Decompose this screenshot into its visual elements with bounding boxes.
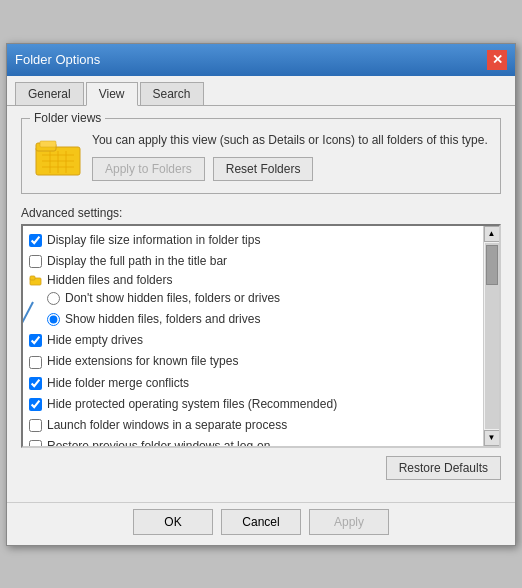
scroll-track — [485, 243, 499, 429]
list-item: Hide empty drives — [23, 330, 483, 351]
radio-dont-show-hidden[interactable] — [47, 292, 60, 305]
list-item: Hide extensions for known file types — [23, 351, 483, 372]
folder-icon — [34, 131, 82, 179]
setting-label: Hide folder merge conflicts — [47, 374, 189, 393]
list-item: Don't show hidden files, folders or driv… — [41, 288, 483, 309]
list-item: Restore previous folder windows at log-o… — [23, 436, 483, 445]
checkbox-hide-empty-drives[interactable] — [29, 334, 42, 347]
checkbox-display-file-size[interactable] — [29, 234, 42, 247]
tab-content: Folder views You can apply — [7, 106, 515, 502]
folder-views-buttons: Apply to Folders Reset Folders — [92, 157, 488, 181]
list-item: Hide folder merge conflicts — [23, 373, 483, 394]
title-bar: Folder Options ✕ — [7, 44, 515, 76]
list-item: Hide protected operating system files (R… — [23, 394, 483, 415]
folder-views-inner: You can apply this view (such as Details… — [34, 131, 488, 181]
svg-rect-10 — [30, 276, 35, 280]
reset-folders-button[interactable]: Reset Folders — [213, 157, 314, 181]
folder-options-window: Folder Options ✕ General View Search Fol… — [6, 43, 516, 546]
apply-button[interactable]: Apply — [309, 509, 389, 535]
setting-label: Hide extensions for known file types — [47, 352, 238, 371]
checkbox-hide-folder-merge[interactable] — [29, 377, 42, 390]
setting-label: Restore previous folder windows at log-o… — [47, 437, 270, 445]
window-title: Folder Options — [15, 52, 100, 67]
setting-label: Hide empty drives — [47, 331, 143, 350]
list-item: Show hidden files, folders and drives — [41, 309, 483, 330]
settings-list: Display file size information in folder … — [23, 226, 483, 446]
setting-label: Show hidden files, folders and drives — [65, 310, 260, 329]
checkbox-hide-protected[interactable] — [29, 398, 42, 411]
restore-defaults-button[interactable]: Restore Defaults — [386, 456, 501, 480]
svg-rect-2 — [40, 141, 56, 147]
settings-box: Display file size information in folder … — [21, 224, 501, 448]
folder-views-group: Folder views You can apply — [21, 118, 501, 194]
folder-views-label: Folder views — [30, 111, 105, 125]
ok-button[interactable]: OK — [133, 509, 213, 535]
checkbox-display-full-path[interactable] — [29, 255, 42, 268]
scroll-up-button[interactable]: ▲ — [484, 226, 500, 242]
list-item: Display the full path in the title bar — [23, 251, 483, 272]
setting-label: Hide protected operating system files (R… — [47, 395, 337, 414]
tab-general[interactable]: General — [15, 82, 84, 105]
folder-views-description: You can apply this view (such as Details… — [92, 131, 488, 149]
close-button[interactable]: ✕ — [487, 50, 507, 70]
list-item: Launch folder windows in a separate proc… — [23, 415, 483, 436]
scrollbar: ▲ ▼ — [483, 226, 499, 446]
tab-view[interactable]: View — [86, 82, 138, 106]
radio-show-hidden[interactable] — [47, 313, 60, 326]
scroll-down-button[interactable]: ▼ — [484, 430, 500, 446]
scroll-thumb[interactable] — [486, 245, 498, 285]
list-item: Hidden files and folders — [23, 272, 483, 288]
setting-label: Launch folder windows in a separate proc… — [47, 416, 287, 435]
tab-search[interactable]: Search — [140, 82, 204, 105]
setting-label: Display file size information in folder … — [47, 231, 260, 250]
checkbox-hide-extensions[interactable] — [29, 356, 42, 369]
tab-bar: General View Search — [7, 76, 515, 106]
dialog-buttons: OK Cancel Apply — [7, 502, 515, 545]
checkbox-launch-folder-windows[interactable] — [29, 419, 42, 432]
setting-label: Hidden files and folders — [47, 273, 172, 287]
checkbox-restore-previous[interactable] — [29, 440, 42, 445]
advanced-settings-label: Advanced settings: — [21, 206, 501, 220]
folder-views-text-area: You can apply this view (such as Details… — [92, 131, 488, 181]
folder-bullet-icon — [29, 273, 42, 286]
list-item: Display file size information in folder … — [23, 230, 483, 251]
restore-defaults-area: Restore Defaults — [21, 456, 501, 480]
apply-to-folders-button[interactable]: Apply to Folders — [92, 157, 205, 181]
cancel-button[interactable]: Cancel — [221, 509, 301, 535]
setting-label: Don't show hidden files, folders or driv… — [65, 289, 280, 308]
setting-label: Display the full path in the title bar — [47, 252, 227, 271]
